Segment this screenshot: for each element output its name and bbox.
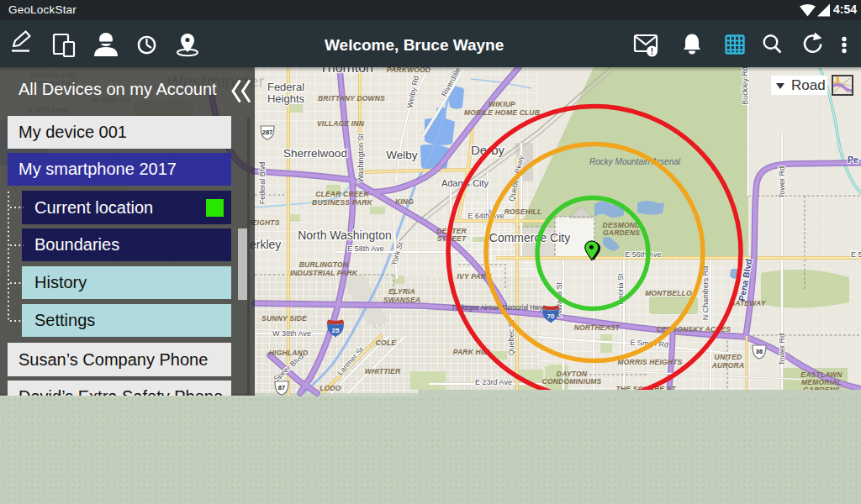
svg-text:BUSINESS PARK: BUSINESS PARK bbox=[312, 198, 373, 207]
svg-text:BRITTANY DOWNS: BRITTANY DOWNS bbox=[318, 94, 385, 102]
svg-text:70: 70 bbox=[547, 312, 555, 320]
svg-text:Washington St: Washington St bbox=[357, 133, 365, 182]
svg-text:Federal Blvd: Federal Blvd bbox=[258, 162, 267, 205]
svg-text:ELYRIA: ELYRIA bbox=[388, 287, 415, 296]
svg-text:KING: KING bbox=[395, 197, 414, 206]
svg-text:Heights: Heights bbox=[267, 92, 305, 105]
svg-text:Tower Rd: Tower Rd bbox=[778, 166, 786, 198]
svg-text:INDUSTRIAL PARK: INDUSTRIAL PARK bbox=[290, 269, 358, 277]
svg-text:WIKIUP: WIKIUP bbox=[489, 100, 515, 108]
svg-text:36: 36 bbox=[756, 348, 763, 355]
svg-text:E 23rd Ave: E 23rd Ave bbox=[475, 378, 512, 386]
svg-text:E 64th Ave: E 64th Ave bbox=[467, 212, 504, 220]
svg-text:HIGHLAND: HIGHLAND bbox=[269, 349, 308, 357]
svg-text:VILLAGE INN: VILLAGE INN bbox=[317, 119, 365, 128]
svg-text:Pe: Pe bbox=[848, 155, 858, 165]
svg-text:87: 87 bbox=[278, 384, 285, 391]
svg-text:25: 25 bbox=[332, 327, 340, 334]
svg-text:!: ! bbox=[651, 47, 653, 56]
svg-text:Buckley Rd: Buckley Rd bbox=[741, 67, 749, 105]
svg-text:MOBILE HOME CLUB: MOBILE HOME CLUB bbox=[464, 108, 540, 117]
svg-text:SWANSEA: SWANSEA bbox=[383, 296, 420, 304]
svg-text:CLEAR CREEK: CLEAR CREEK bbox=[315, 190, 369, 198]
svg-text:Tower Rd: Tower Rd bbox=[778, 333, 786, 365]
svg-text:UNITED: UNITED bbox=[715, 353, 742, 361]
svg-text:CONDOMINIUMS: CONDOMINIUMS bbox=[542, 377, 602, 386]
svg-text:ROSEHILL: ROSEHILL bbox=[504, 207, 542, 216]
svg-text:BURLINGTON: BURLINGTON bbox=[299, 260, 349, 269]
svg-text:MONTBELLO: MONTBELLO bbox=[645, 289, 692, 297]
svg-text:Commerce City: Commerce City bbox=[489, 231, 570, 244]
svg-text:E 56th Ave: E 56th Ave bbox=[625, 250, 661, 259]
svg-text:Rocky Mountain Arsenal: Rocky Mountain Arsenal bbox=[589, 157, 681, 166]
svg-text:LODO: LODO bbox=[320, 384, 341, 392]
svg-text:SUNNY SIDE: SUNNY SIDE bbox=[261, 314, 307, 323]
svg-text:MORRIS HEIGHTS: MORRIS HEIGHTS bbox=[618, 358, 683, 366]
svg-text:GARDENS: GARDENS bbox=[603, 228, 640, 237]
svg-text:Federal: Federal bbox=[267, 81, 304, 93]
svg-text:STREET: STREET bbox=[437, 234, 467, 243]
svg-text:E 58th Ave: E 58th Ave bbox=[347, 244, 383, 253]
svg-text:287: 287 bbox=[262, 129, 273, 136]
svg-text:E 5: E 5 bbox=[851, 250, 861, 259]
svg-text:W 38th Ave: W 38th Ave bbox=[272, 329, 311, 338]
svg-text:WHITTIER: WHITTIER bbox=[365, 367, 401, 375]
svg-text:AURORA: AURORA bbox=[711, 361, 745, 370]
svg-text:NORTHEAST: NORTHEAST bbox=[574, 323, 621, 332]
svg-text:Sherrelwood: Sherrelwood bbox=[283, 147, 347, 160]
svg-text:North Washington: North Washington bbox=[298, 228, 392, 242]
svg-text:Welby: Welby bbox=[386, 149, 418, 161]
svg-text:COLE: COLE bbox=[376, 339, 397, 347]
